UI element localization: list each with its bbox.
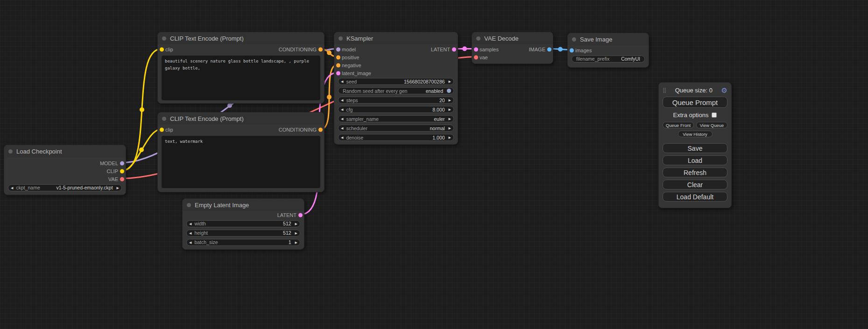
input-slot-negative-dot[interactable]	[336, 63, 340, 67]
increment-arrow-icon[interactable]: ▶	[449, 108, 451, 111]
input-slot-model-dot[interactable]	[336, 47, 340, 51]
steps-number-widget[interactable]: ◀ steps 20 ▶	[338, 97, 454, 104]
slot-row: CLIP	[4, 167, 126, 175]
input-slot-vae-dot[interactable]	[474, 55, 478, 59]
increment-arrow-icon[interactable]: ▶	[117, 186, 119, 189]
extra-options-checkbox[interactable]	[712, 112, 717, 118]
view-queue-button[interactable]: View Queue	[696, 122, 727, 128]
increment-arrow-icon[interactable]: ▶	[295, 241, 297, 244]
link-midpoint-dot	[227, 103, 232, 108]
slot-row: latent_image	[334, 69, 458, 77]
input-slot-positive-dot[interactable]	[336, 55, 340, 59]
node-save-image[interactable]: Save Image images filename_prefix ComfyU…	[567, 33, 649, 68]
decrement-arrow-icon[interactable]: ◀	[189, 231, 191, 235]
input-slot-latent-image-dot[interactable]	[336, 71, 340, 75]
widget-value: normal	[430, 126, 445, 131]
output-slot-label: VAE	[108, 176, 118, 182]
queue-front-button[interactable]: Queue Front	[663, 122, 694, 128]
node-graph-canvas[interactable]: Load Checkpoint MODEL CLIP VAE ◀ ckpt_na…	[0, 0, 868, 329]
decrement-arrow-icon[interactable]: ◀	[341, 108, 343, 111]
negative-prompt-textarea[interactable]: text, watermark	[162, 136, 320, 188]
comfy-queue-menu[interactable]: ⣿ Queue size: 0 ⚙ Queue Prompt Extra opt…	[658, 82, 732, 208]
collapse-dot-icon[interactable]	[162, 36, 166, 41]
output-slot-model-dot[interactable]	[120, 161, 124, 165]
batch-size-number-widget[interactable]: ◀ batch_size 1 ▶	[186, 239, 300, 246]
node-title-bar[interactable]: CLIP Text Encode (Prompt)	[158, 32, 324, 44]
decrement-arrow-icon[interactable]: ◀	[341, 136, 343, 139]
drag-handle-icon[interactable]: ⣿	[663, 88, 666, 93]
toggle-on-indicator[interactable]	[447, 89, 451, 93]
sampler-name-combo-widget[interactable]: ◀ sampler_name euler ▶	[338, 115, 454, 122]
decrement-arrow-icon[interactable]: ◀	[341, 98, 343, 102]
output-slot-label: MODEL	[100, 161, 118, 166]
view-history-button[interactable]: View History	[678, 131, 713, 137]
save-button[interactable]: Save	[663, 143, 727, 153]
settings-gear-icon[interactable]: ⚙	[721, 87, 727, 94]
output-slot-clip-dot[interactable]	[120, 169, 124, 173]
increment-arrow-icon[interactable]: ▶	[449, 126, 451, 130]
clear-button[interactable]: Clear	[663, 180, 727, 189]
increment-arrow-icon[interactable]: ▶	[449, 80, 451, 83]
increment-arrow-icon[interactable]: ▶	[295, 222, 297, 225]
increment-arrow-icon[interactable]: ▶	[449, 98, 451, 102]
output-slot-label: IMAGE	[529, 47, 545, 52]
ckpt-name-combo-widget[interactable]: ◀ ckpt_name v1-5-pruned-emaonly.ckpt ▶	[8, 184, 122, 191]
decrement-arrow-icon[interactable]: ◀	[189, 222, 191, 225]
node-title-bar[interactable]: KSampler	[334, 32, 458, 44]
output-slot-conditioning-dot[interactable]	[318, 128, 323, 132]
increment-arrow-icon[interactable]: ▶	[449, 136, 451, 139]
input-slot-samples-dot[interactable]	[474, 47, 478, 51]
output-slot-latent-dot[interactable]	[298, 213, 303, 217]
node-ksampler[interactable]: KSampler model LATENT positive negative …	[334, 32, 458, 145]
node-title-bar[interactable]: CLIP Text Encode (Prompt)	[158, 112, 324, 125]
collapse-dot-icon[interactable]	[339, 36, 343, 41]
height-number-widget[interactable]: ◀ height 512 ▶	[186, 230, 300, 237]
denoise-number-widget[interactable]: ◀ denoise 1.000 ▶	[338, 134, 454, 141]
node-vae-decode[interactable]: VAE Decode samples IMAGE vae	[472, 32, 553, 64]
collapse-dot-icon[interactable]	[162, 117, 166, 121]
positive-prompt-textarea[interactable]: beautiful scenery nature glass bottle la…	[162, 56, 320, 100]
load-default-button[interactable]: Load Default	[663, 192, 727, 202]
extra-options-label: Extra options	[673, 112, 709, 119]
filename-prefix-text-widget[interactable]: filename_prefix ComfyUI	[572, 56, 645, 63]
input-slot-clip-dot[interactable]	[160, 48, 164, 52]
node-title-bar[interactable]: Save Image	[568, 33, 649, 45]
node-title-bar[interactable]: Empty Latent Image	[183, 199, 304, 211]
widget-label: sampler_name	[346, 116, 378, 122]
refresh-button[interactable]: Refresh	[663, 168, 727, 177]
decrement-arrow-icon[interactable]: ◀	[341, 80, 343, 83]
decrement-arrow-icon[interactable]: ◀	[11, 186, 13, 189]
input-slot-images-dot[interactable]	[570, 48, 574, 52]
scheduler-combo-widget[interactable]: ◀ scheduler normal ▶	[338, 125, 454, 132]
collapse-dot-icon[interactable]	[187, 203, 191, 207]
node-title-bar[interactable]: VAE Decode	[472, 32, 553, 44]
decrement-arrow-icon[interactable]: ◀	[189, 241, 191, 244]
output-slot-conditioning-dot[interactable]	[318, 48, 323, 52]
cfg-number-widget[interactable]: ◀ cfg 8.000 ▶	[338, 106, 454, 113]
collapse-dot-icon[interactable]	[476, 36, 480, 41]
node-title: VAE Decode	[484, 35, 518, 42]
output-slot-image-dot[interactable]	[547, 47, 551, 51]
output-slot-vae-dot[interactable]	[120, 177, 124, 181]
random-seed-toggle-widget[interactable]: Random seed after every gen enabled	[338, 87, 454, 94]
collapse-dot-icon[interactable]	[572, 37, 576, 42]
node-clip-text-encode-positive[interactable]: CLIP Text Encode (Prompt) clip CONDITION…	[157, 32, 325, 104]
widget-value: 1.000	[432, 135, 445, 140]
width-number-widget[interactable]: ◀ width 512 ▶	[186, 220, 300, 227]
seed-number-widget[interactable]: ◀ seed 156680208700286 ▶	[338, 78, 454, 85]
widget-label: height	[194, 230, 208, 236]
node-clip-text-encode-negative[interactable]: CLIP Text Encode (Prompt) clip CONDITION…	[157, 112, 325, 192]
node-empty-latent-image[interactable]: Empty Latent Image LATENT ◀ width 512 ▶ …	[182, 198, 304, 250]
decrement-arrow-icon[interactable]: ◀	[341, 117, 343, 120]
output-slot-latent-dot[interactable]	[452, 47, 456, 51]
increment-arrow-icon[interactable]: ▶	[449, 117, 451, 120]
input-slot-clip-dot[interactable]	[160, 128, 164, 132]
node-title-bar[interactable]: Load Checkpoint	[4, 145, 126, 157]
load-button[interactable]: Load	[663, 155, 727, 165]
increment-arrow-icon[interactable]: ▶	[295, 231, 297, 235]
decrement-arrow-icon[interactable]: ◀	[341, 126, 343, 130]
collapse-dot-icon[interactable]	[8, 149, 13, 154]
queue-prompt-button[interactable]: Queue Prompt	[663, 97, 727, 108]
input-slot-label: clip	[165, 47, 173, 52]
node-load-checkpoint[interactable]: Load Checkpoint MODEL CLIP VAE ◀ ckpt_na…	[4, 145, 126, 195]
